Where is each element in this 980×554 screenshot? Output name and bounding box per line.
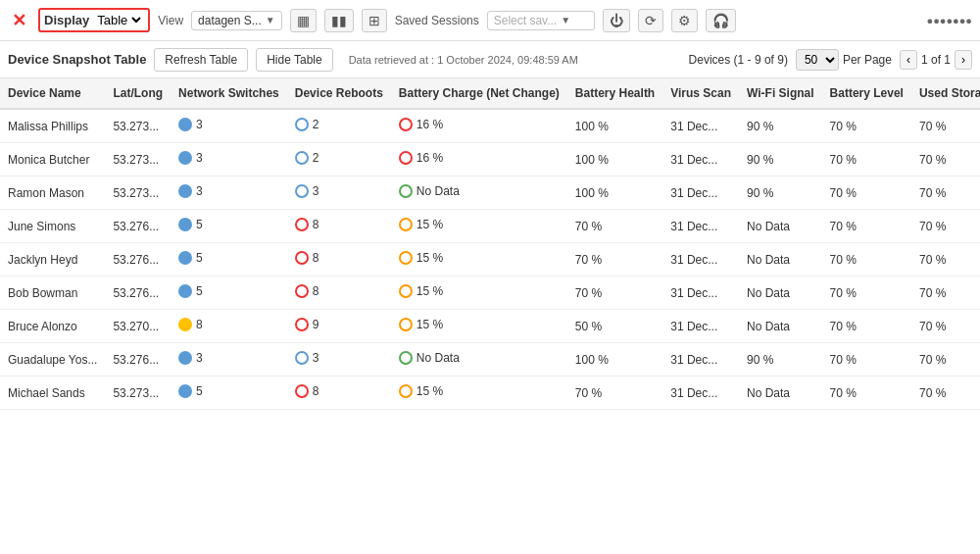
cell-virus-scan: 31 Dec... [662,109,739,143]
cell-device-name: Ramon Mason [0,176,105,210]
col-wifi-signal: Wi-Fi Signal [739,78,822,109]
table-row: Monica Butcher 53.273... 3 2 16 % 100 % … [0,143,980,176]
reboot-circle-icon [295,351,309,365]
power-button[interactable]: ⏻ [603,9,630,32]
cell-lat-long: 53.273... [105,377,171,410]
reboot-circle-icon [295,184,309,198]
cell-device-name: Bruce Alonzo [0,310,105,343]
cell-battery-charge: 16 % [391,143,567,176]
settings-button[interactable]: ⚙ [671,9,698,32]
per-page-select[interactable]: 50 [796,49,839,71]
cell-wifi-signal: No Data [739,243,822,277]
col-battery-health: Battery Health [567,78,662,109]
next-page-button[interactable]: › [955,50,972,70]
network-dot-icon [178,251,192,265]
refresh-icon-button[interactable]: ⟳ [638,9,663,32]
cell-battery-health: 70 % [567,377,662,410]
cell-used-storage: 70 % [911,143,980,176]
cell-virus-scan: 31 Dec... [662,243,739,277]
view-label: View [158,14,183,27]
cell-device-name: Monica Butcher [0,143,105,176]
charge-circle-icon [399,351,413,365]
reboot-circle-icon [295,318,309,331]
page-title: Device Snapshot Table [8,52,146,67]
network-dot-icon [178,218,192,231]
cell-lat-long: 53.276... [105,277,171,310]
cell-virus-scan: 31 Dec... [662,310,739,343]
cell-battery-level: 70 % [822,176,911,210]
view-arrow-icon: ▼ [266,15,275,25]
col-device-name: Device Name [0,78,105,109]
cell-wifi-signal: 90 % [739,343,822,377]
cell-device-name: Guadalupe Yos... [0,343,105,377]
cell-battery-charge: No Data [391,176,567,210]
cell-battery-charge: 15 % [391,377,567,410]
network-dot-icon [178,284,192,298]
cell-battery-level: 70 % [822,143,911,176]
cell-battery-charge: 15 % [391,310,567,343]
col-virus-scan: Virus Scan [662,78,739,109]
cell-virus-scan: 31 Dec... [662,343,739,377]
layout-pause-button[interactable]: ▮▮ [324,9,354,32]
cell-network-switches: 5 [171,277,287,310]
display-select[interactable]: Table [93,12,144,28]
cell-wifi-signal: 90 % [739,109,822,143]
close-button[interactable]: ✕ [8,8,30,33]
cell-battery-health: 100 % [567,143,662,176]
cell-device-name: June Simons [0,210,105,243]
pagination-area: Devices (1 - 9 of 9) 50 Per Page ‹ 1 of … [689,49,972,71]
hide-table-button[interactable]: Hide Table [256,48,332,72]
cell-battery-level: 70 % [822,377,911,410]
refresh-table-button[interactable]: Refresh Table [154,48,248,72]
cell-device-reboots: 8 [287,377,391,410]
user-name-display: ●●●●●●● [926,15,972,26]
cell-lat-long: 53.276... [105,210,171,243]
cell-device-reboots: 8 [287,243,391,277]
view-select-group[interactable]: datagen S... ▼ [191,11,282,30]
layout-table-button[interactable]: ⊞ [362,9,387,32]
cell-battery-health: 70 % [567,243,662,277]
table-header-row: Device Name Lat/Long Network Switches De… [0,78,980,109]
layout-grid-button[interactable]: ▦ [290,9,317,32]
col-lat-long: Lat/Long [105,78,171,109]
table-row: Michael Sands 53.273... 5 8 15 % 70 % 31… [0,377,980,410]
saved-sessions-label: Saved Sessions [395,14,479,27]
charge-circle-icon [399,218,413,231]
saved-sessions-placeholder: Select sav... [494,14,557,27]
cell-wifi-signal: No Data [739,377,822,410]
cell-used-storage: 70 % [911,343,980,377]
cell-battery-charge: 15 % [391,210,567,243]
cell-device-reboots: 2 [287,143,391,176]
cell-wifi-signal: No Data [739,277,822,310]
cell-battery-level: 70 % [822,310,911,343]
cell-battery-charge: No Data [391,343,567,377]
cell-used-storage: 70 % [911,277,980,310]
cell-device-name: Michael Sands [0,377,105,410]
cell-lat-long: 53.273... [105,109,171,143]
cell-battery-health: 100 % [567,176,662,210]
cell-used-storage: 70 % [911,243,980,277]
headset-button[interactable]: 🎧 [706,9,736,32]
cell-battery-charge: 16 % [391,109,567,143]
cell-device-name: Jacklyn Heyd [0,243,105,277]
cell-battery-health: 70 % [567,277,662,310]
cell-battery-health: 100 % [567,109,662,143]
charge-circle-icon [399,318,413,331]
cell-lat-long: 53.276... [105,343,171,377]
cell-wifi-signal: 90 % [739,176,822,210]
table-row: Guadalupe Yos... 53.276... 3 3 No Data 1… [0,343,980,377]
table-row: June Simons 53.276... 5 8 15 % 70 % 31 D… [0,210,980,243]
saved-sessions-select-group[interactable]: Select sav... ▼ [487,11,595,30]
table-row: Bruce Alonzo 53.270... 8 9 15 % 50 % 31 … [0,310,980,343]
table-row: Malissa Phillips 53.273... 3 2 16 % 100 … [0,109,980,143]
cell-virus-scan: 31 Dec... [662,377,739,410]
cell-device-reboots: 8 [287,277,391,310]
charge-circle-icon [399,151,413,165]
cell-used-storage: 70 % [911,377,980,410]
prev-page-button[interactable]: ‹ [900,50,917,70]
cell-network-switches: 5 [171,377,287,410]
cell-battery-level: 70 % [822,277,911,310]
reboot-circle-icon [295,384,309,398]
cell-battery-charge: 15 % [391,277,567,310]
network-dot-icon [178,118,192,131]
